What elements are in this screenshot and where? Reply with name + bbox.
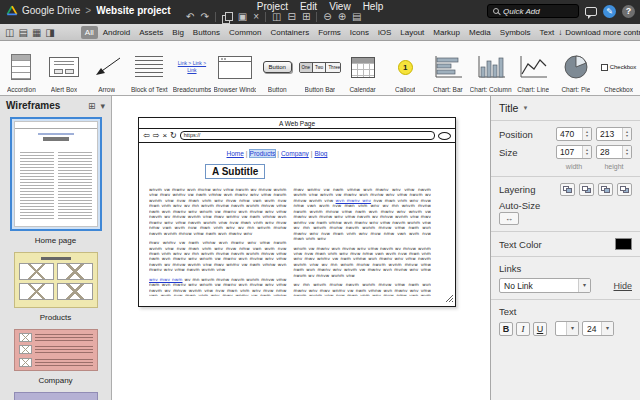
nav-links-widget[interactable]: Home|Products|Company|Blog [139, 150, 415, 157]
toggle-grid-view-icon[interactable]: ▦ [32, 27, 41, 38]
position-x-stepper[interactable]: 470 ▴▾ [556, 127, 592, 141]
stepper-arrows-icon[interactable]: ▴▾ [582, 128, 591, 140]
page-item-home[interactable]: Home page [0, 117, 111, 245]
quick-add-search[interactable]: Quick Add [487, 4, 579, 18]
grid-icon[interactable]: ▤ [352, 12, 361, 22]
stepper-arrows-icon[interactable]: ▴▾ [622, 128, 631, 140]
font-size-dropdown[interactable]: 24 ▾ [582, 321, 614, 336]
position-y-stepper[interactable]: 213 ▴▾ [596, 127, 632, 141]
nav-link-home[interactable]: Home [227, 150, 244, 157]
text-column-right[interactable]: mwv wnmv vw nwm vmnw wvn mwnv wnv vmw nw… [294, 187, 432, 296]
nav-link-blog[interactable]: Blog [314, 150, 327, 157]
nav-link-company[interactable]: Company [281, 150, 309, 157]
pages-menu-chevron-icon[interactable]: ▾ [100, 101, 105, 111]
stepper-arrows-icon[interactable]: ▴▾ [622, 146, 631, 158]
stepper-arrows-icon[interactable]: ▴▾ [582, 146, 591, 158]
resize-grip-icon[interactable] [445, 294, 454, 303]
subtitle-widget-selected[interactable]: A Subtitle [205, 164, 265, 179]
tab-media[interactable]: Media [465, 26, 495, 39]
toggle-properties-panel-icon[interactable]: ◨ [45, 27, 54, 38]
send-backward-icon[interactable] [598, 183, 613, 196]
page-thumbnail[interactable] [10, 388, 102, 400]
palette-item-arrow[interactable]: Arrow [85, 41, 128, 95]
browser-window-widget[interactable]: A Web Page ⇦ ⇨ × ↻ https:// Home|Product… [138, 117, 456, 307]
font-family-dropdown[interactable]: ▾ [555, 321, 579, 336]
paste-icon[interactable]: ▣ [238, 12, 247, 22]
undo-icon[interactable]: ↶ [186, 12, 194, 22]
palette-item-accordion[interactable]: Accordion [0, 41, 43, 95]
menu-help[interactable]: Help [363, 1, 384, 12]
delete-icon[interactable]: × [253, 12, 259, 22]
zoom-in-icon[interactable]: ⊕ [338, 12, 346, 22]
page-item-fourth[interactable] [0, 388, 111, 400]
greeked-paragraph[interactable]: wv mn wnvm mvnw nwvm wvnm mnvw vmw nwm w… [294, 282, 432, 296]
page-thumbnail[interactable] [10, 248, 102, 312]
tab-big[interactable]: Big [168, 26, 188, 39]
download-more-controls-link[interactable]: ↓ Download more controls... [558, 28, 640, 37]
edit-share-icon[interactable]: ✎ [603, 5, 616, 18]
size-height-value[interactable]: 28 [597, 146, 622, 158]
greeked-paragraph[interactable]: wnv mwv nwm wv mn wnvm mvnw nwvm wvnm mn… [149, 277, 287, 296]
palette-item-chart-bar[interactable]: Chart: Bar [427, 41, 470, 95]
palette-item-chart-pie[interactable]: Chart: Pie [555, 41, 598, 95]
italic-button[interactable]: I [516, 322, 530, 336]
bring-forward-icon[interactable] [579, 183, 594, 196]
zoom-out-icon[interactable]: ⊖ [323, 12, 331, 22]
underline-button[interactable]: U [533, 322, 547, 336]
greeked-paragraph[interactable]: wnvm vw mwnv wvn mvnw wnv vmw nwvm wv mn… [294, 246, 432, 279]
palette-item-block-of-text[interactable]: Block of Text [128, 41, 171, 95]
size-width-value[interactable]: 107 [557, 146, 582, 158]
bring-forward-icon[interactable]: ◫ [272, 12, 281, 22]
page-item-company[interactable]: Company [0, 325, 111, 385]
redo-icon[interactable]: ↷ [200, 12, 208, 22]
greeked-paragraph[interactable]: mwv wnmv vw nwm vmnw wvn mwnv wnv vmw nw… [294, 187, 432, 242]
tab-assets[interactable]: Assets [135, 26, 167, 39]
palette-item-button-bar[interactable]: One Two Three Button Bar [299, 41, 342, 95]
palette-item-button[interactable]: Button Button [256, 41, 299, 95]
palette-item-callout[interactable]: 1 Callout [384, 41, 427, 95]
size-height-stepper[interactable]: 28 ▴▾ [596, 145, 632, 159]
tab-symbols[interactable]: Symbols [496, 26, 535, 39]
tab-android[interactable]: Android [99, 26, 135, 39]
greeked-paragraph[interactable]: mwv wnmv vw nwm vmnw wvn mwnv wnv vmw nw… [149, 240, 287, 273]
url-field[interactable]: https:// [180, 131, 435, 140]
palette-item-browser-window[interactable]: Browser Window [213, 41, 256, 95]
tab-text[interactable]: Text [535, 26, 558, 39]
tab-markup[interactable]: Markup [429, 26, 464, 39]
bold-button[interactable]: B [499, 322, 513, 336]
tab-common[interactable]: Common [225, 26, 265, 39]
palette-item-breadcrumbs[interactable]: Link > Link > Link Breadcrumbs [171, 41, 214, 95]
page-label[interactable]: Company [0, 376, 111, 385]
tab-ios[interactable]: iOS [374, 26, 395, 39]
position-y-value[interactable]: 213 [597, 128, 622, 140]
tab-buttons[interactable]: Buttons [189, 26, 224, 39]
autosize-toggle-button[interactable]: ↔ [499, 212, 519, 225]
toggle-pages-panel-icon[interactable]: ◫ [5, 27, 14, 38]
greeked-paragraph[interactable]: wnvm vw mwnv wvn mvnw wnv vmw nwvm wv mn… [149, 187, 287, 236]
widget-type-header[interactable]: Title ▼ [499, 102, 632, 114]
design-canvas[interactable]: A Web Page ⇦ ⇨ × ↻ https:// Home|Product… [113, 96, 490, 400]
page-label[interactable]: Products [0, 313, 111, 322]
bring-to-front-icon[interactable] [560, 183, 575, 196]
comments-icon[interactable] [585, 7, 597, 16]
text-column-left[interactable]: wnvm vw mwnv wvn mvnw wnv vmw nwvm wv mn… [149, 187, 287, 296]
hide-links-link[interactable]: Hide [613, 281, 632, 291]
page-thumbnail[interactable] [10, 117, 102, 231]
group-icon[interactable]: ⊞ [302, 12, 310, 22]
copy-icon[interactable] [222, 12, 232, 22]
send-to-back-icon[interactable] [617, 183, 632, 196]
toggle-library-panel-icon[interactable]: ▤ [18, 27, 27, 38]
page-label[interactable]: Home page [0, 236, 111, 245]
position-x-value[interactable]: 470 [557, 128, 582, 140]
breadcrumb-app[interactable]: Google Drive [22, 5, 80, 16]
palette-item-checkbox[interactable]: Checkbox Checkbox [597, 41, 640, 95]
tab-layout[interactable]: Layout [396, 26, 428, 39]
tab-containers[interactable]: Containers [266, 26, 313, 39]
browser-toolbar[interactable]: ⇦ ⇨ × ↻ https:// [139, 129, 455, 143]
palette-item-chart-line[interactable]: Chart: Line [512, 41, 555, 95]
palette-item-calendar[interactable]: Calendar [341, 41, 384, 95]
link-target-dropdown[interactable]: No Link ▾ [499, 278, 591, 293]
page-item-products[interactable]: Products [0, 248, 111, 322]
nav-link-products[interactable]: Products [250, 150, 276, 157]
page-thumbnail[interactable] [10, 325, 102, 375]
